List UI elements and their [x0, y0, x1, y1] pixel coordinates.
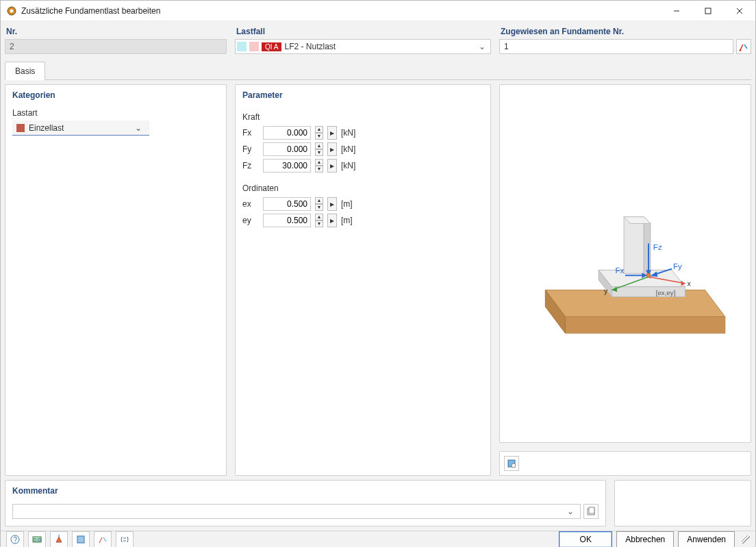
fy-row: Fy ▲▼ ▸ [kN] [242, 141, 483, 157]
ey-spinner[interactable]: ▲▼ [315, 214, 323, 227]
top-row: Nr. 2 Lastfall QI A LF2 - Nutzlast ⌄ Zug… [5, 25, 751, 54]
lastart-value: Einzellast [29, 123, 131, 133]
preview-toolbar [499, 451, 751, 476]
maximize-button[interactable] [692, 1, 724, 21]
pick-from-view-button[interactable] [736, 39, 751, 54]
minimize-button[interactable] [661, 1, 692, 21]
object-info-button[interactable] [72, 531, 90, 547]
parameter-panel: Parameter Kraft Fx ▲▼ ▸ [kN] Fy ▲▼ ▸ [235, 84, 491, 476]
nr-field[interactable]: 2 [5, 39, 227, 54]
svg-rect-45 [77, 536, 84, 543]
fx-unit: [kN] [341, 128, 355, 138]
ex-input[interactable] [263, 197, 311, 211]
ordinaten-label: Ordinaten [242, 183, 483, 193]
ex-step-button[interactable]: ▸ [327, 197, 337, 211]
svg-rect-3 [705, 8, 711, 14]
lastfall-text: LF2 - Nutzlast [284, 42, 473, 51]
tab-basis[interactable]: Basis [5, 62, 45, 80]
lastfall-badge: QI A [262, 42, 281, 51]
ex-unit: [m] [341, 199, 353, 209]
main-row: Kategorien Lastart Einzellast ⌄ Paramete… [5, 84, 751, 476]
ex-spinner[interactable]: ▲▼ [315, 197, 323, 211]
fx-row: Fx ▲▼ ▸ [kN] [242, 125, 483, 141]
fz-step-button[interactable]: ▸ [327, 159, 337, 173]
chevron-down-icon: ⌄ [475, 42, 489, 51]
ey-step-button[interactable]: ▸ [327, 214, 337, 227]
zugewiesen-group: Zugewiesen an Fundamente Nr. 1 [499, 25, 751, 54]
dialog-window: Zusätzliche Fundamentlast bearbeiten Nr.… [0, 0, 756, 547]
preview-settings-button[interactable] [504, 456, 519, 471]
kommentar-dropdown[interactable]: ⌄ [12, 504, 581, 519]
ey-row: ey ▲▼ ▸ [m] [242, 212, 483, 229]
chevron-down-icon: ⌄ [564, 507, 577, 516]
svg-marker-43 [56, 537, 62, 542]
ey-unit: [m] [341, 216, 353, 225]
fz-unit: [kN] [341, 161, 355, 170]
lastart-color-icon [16, 124, 25, 132]
right-column: x y Fz Fx Fy [ex,ey] [499, 84, 751, 476]
lastfall-color2-icon [249, 42, 259, 51]
left-column: Kategorien Lastart Einzellast ⌄ [5, 84, 227, 476]
kategorien-panel: Kategorien Lastart Einzellast ⌄ [5, 84, 227, 476]
ey-input[interactable] [263, 214, 311, 227]
lastfall-group: Lastfall QI A LF2 - Nutzlast ⌄ [235, 25, 491, 54]
svg-text:x: x [687, 279, 691, 288]
pick-button[interactable] [94, 531, 112, 547]
fz-label: Fz [242, 161, 259, 170]
fy-spinner[interactable]: ▲▼ [315, 142, 323, 156]
fz-spinner[interactable]: ▲▼ [315, 159, 323, 173]
fz-row: Fz ▲▼ ▸ [kN] [242, 157, 483, 174]
fx-spinner[interactable]: ▲▼ [315, 126, 323, 140]
lastart-dropdown[interactable]: Einzellast ⌄ [12, 120, 149, 136]
app-icon [6, 5, 17, 16]
help-button[interactable]: ? [6, 531, 24, 547]
svg-line-46 [99, 537, 102, 543]
ok-button[interactable]: OK [559, 531, 612, 547]
svg-text:?: ? [14, 535, 18, 543]
fx-label: Fx [242, 128, 259, 138]
fy-step-button[interactable]: ▸ [327, 142, 337, 156]
lastart-label: Lastart [12, 108, 219, 118]
chevron-down-icon: ⌄ [131, 123, 145, 133]
parameter-title: Parameter [236, 85, 490, 104]
resize-grip-icon[interactable] [742, 535, 750, 544]
kategorien-title: Kategorien [5, 85, 226, 104]
svg-marker-15 [624, 217, 644, 274]
lastfall-color1-icon [237, 42, 247, 51]
zugewiesen-input[interactable]: 1 [499, 39, 733, 54]
ey-label: ey [242, 216, 259, 225]
svg-line-8 [744, 44, 747, 49]
fy-label: Fy [242, 144, 259, 154]
fy-input[interactable] [263, 142, 311, 156]
svg-point-1 [10, 9, 14, 12]
titlebar-text: Zusätzliche Fundamentlast bearbeiten [21, 6, 661, 16]
cancel-button[interactable]: Abbrechen [616, 531, 674, 547]
content-area: Nr. 2 Lastfall QI A LF2 - Nutzlast ⌄ Zug… [1, 21, 755, 531]
lastfall-label: Lastfall [235, 25, 491, 39]
script-button[interactable] [116, 531, 134, 547]
svg-rect-38 [589, 507, 594, 513]
nr-label: Nr. [5, 25, 227, 39]
svg-line-47 [103, 537, 106, 542]
svg-marker-16 [644, 217, 651, 279]
fx-input[interactable] [263, 126, 311, 140]
svg-text:Fz: Fz [653, 242, 662, 251]
fx-step-button[interactable]: ▸ [327, 126, 337, 140]
hint-panel [614, 480, 751, 526]
kommentar-library-button[interactable] [583, 504, 598, 519]
ex-row: ex ▲▼ ▸ [m] [242, 196, 483, 212]
lastfall-dropdown[interactable]: QI A LF2 - Nutzlast ⌄ [235, 39, 491, 54]
close-button[interactable] [724, 1, 755, 21]
svg-text:[ex,ey]: [ex,ey] [656, 289, 676, 296]
preview-panel: x y Fz Fx Fy [ex,ey] [499, 84, 751, 443]
kommentar-panel: Kommentar ⌄ [5, 480, 606, 526]
svg-point-33 [646, 273, 651, 277]
load-case-button[interactable] [50, 531, 68, 547]
svg-text:Fx: Fx [615, 266, 624, 275]
apply-button[interactable]: Anwenden [678, 531, 735, 547]
svg-marker-10 [566, 317, 725, 333]
preview-illustration: x y Fz Fx Fy [ex,ey] [505, 90, 745, 437]
fy-unit: [kN] [341, 144, 355, 154]
units-button[interactable]: 0,00 [28, 531, 46, 547]
fz-input[interactable] [263, 159, 311, 173]
